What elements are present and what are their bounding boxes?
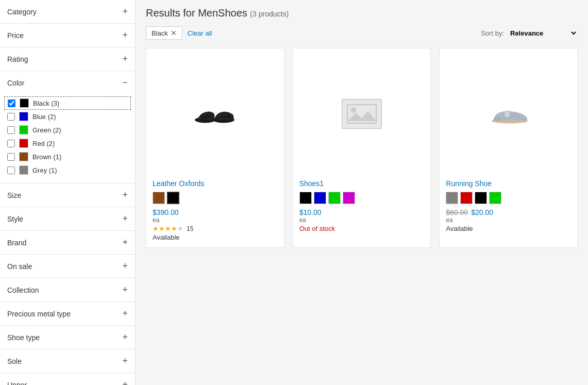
- filter-section-category: Category+: [0, 0, 135, 24]
- expand-icon: +: [122, 190, 128, 200]
- filter-header-sole[interactable]: Sole+: [0, 349, 135, 373]
- product-swatch[interactable]: [153, 192, 165, 204]
- active-filter-tag[interactable]: Black ✕: [146, 26, 182, 40]
- filter-header-size[interactable]: Size+: [0, 183, 135, 207]
- results-header: Results for MenShoes (3 products): [146, 7, 578, 19]
- product-name[interactable]: Leather Oxfords: [153, 179, 278, 188]
- color-checkbox[interactable]: [7, 153, 15, 161]
- color-option-label: Blue (2): [32, 113, 56, 121]
- color-option-label: Red (2): [32, 140, 55, 147]
- sort-select[interactable]: RelevancePrice: Low to HighPrice: High t…: [508, 29, 578, 38]
- product-unit: ea: [299, 216, 425, 224]
- filter-section-precious-metal-type: Precious metal type+: [0, 302, 135, 326]
- result-count: (3 products): [250, 10, 289, 18]
- expand-icon: +: [122, 308, 128, 319]
- product-grid: Leather Oxfords$390.00ea★★★★★15Available…: [146, 48, 578, 248]
- expand-icon: +: [122, 356, 128, 366]
- expand-icon: +: [122, 54, 128, 64]
- product-swatch[interactable]: [328, 192, 341, 204]
- filter-label: Shoe type: [7, 333, 40, 342]
- color-option[interactable]: Blue (2): [7, 110, 128, 123]
- sidebar: Category+Price+Rating+Color−Black (3)Blu…: [0, 0, 136, 385]
- color-checkbox[interactable]: [8, 99, 15, 107]
- main-content: Results for MenShoes (3 products) Black …: [136, 0, 588, 385]
- expand-icon: +: [122, 379, 128, 385]
- sort-label: Sort by:: [481, 29, 504, 37]
- filter-header-collection[interactable]: Collection+: [0, 278, 135, 302]
- color-option-label: Grey (1): [32, 166, 57, 174]
- filter-section-upper: Upper+: [0, 373, 135, 385]
- svg-point-8: [350, 107, 356, 113]
- filter-header-shoe-type[interactable]: Shoe type+: [0, 326, 135, 349]
- remove-filter-button[interactable]: ✕: [171, 29, 177, 37]
- product-swatch[interactable]: [167, 192, 179, 204]
- filter-section-collection: Collection+: [0, 278, 135, 302]
- color-checkbox[interactable]: [7, 113, 15, 121]
- svg-rect-6: [342, 99, 382, 129]
- filter-header-on-sale[interactable]: On sale+: [0, 255, 135, 278]
- filter-label: On sale: [7, 262, 32, 271]
- color-checkbox[interactable]: [7, 166, 15, 174]
- filter-header-precious-metal-type[interactable]: Precious metal type+: [0, 302, 135, 325]
- clear-all-link[interactable]: Clear all: [188, 29, 212, 37]
- filter-header-color[interactable]: Color−: [0, 71, 135, 94]
- product-swatch[interactable]: [446, 192, 458, 204]
- review-count: 15: [187, 225, 193, 232]
- filter-label: Brand: [7, 239, 26, 247]
- filter-tag-label: Black: [152, 29, 168, 37]
- filter-header-style[interactable]: Style+: [0, 207, 135, 230]
- product-unit: ea: [446, 216, 571, 224]
- product-swatch[interactable]: [460, 192, 473, 204]
- filter-header-upper[interactable]: Upper+: [0, 373, 135, 385]
- color-swatch: [19, 152, 28, 161]
- color-option[interactable]: Red (2): [7, 137, 128, 150]
- color-option[interactable]: Grey (1): [7, 163, 128, 177]
- expand-icon: +: [122, 213, 128, 224]
- color-checkbox[interactable]: [7, 140, 15, 147]
- product-swatches: [299, 192, 425, 204]
- filter-section-sole: Sole+: [0, 349, 135, 373]
- sort-bar: Sort by: RelevancePrice: Low to HighPric…: [481, 29, 578, 38]
- original-price: $60.00: [446, 208, 468, 216]
- product-swatch[interactable]: [314, 192, 326, 204]
- color-option-label: Black (3): [33, 99, 59, 107]
- product-name[interactable]: Shoes1: [299, 179, 425, 188]
- filter-label: Sole: [7, 357, 22, 365]
- expand-icon: +: [122, 284, 128, 295]
- color-option-label: Green (2): [32, 126, 61, 134]
- filter-bar: Black ✕ Clear all Sort by: RelevancePric…: [146, 26, 578, 40]
- color-option[interactable]: Brown (1): [7, 150, 128, 163]
- product-price: $60.00$20.00: [446, 208, 571, 216]
- filter-header-brand[interactable]: Brand+: [0, 231, 135, 254]
- active-filters: Black ✕ Clear all: [146, 26, 212, 40]
- product-image: [153, 55, 278, 173]
- results-title: Results for MenShoes (3 products): [146, 7, 578, 19]
- product-card: Running Shoe$60.00$20.00eaAvailable: [439, 48, 578, 248]
- product-swatch[interactable]: [475, 192, 487, 204]
- product-price: $10.00: [299, 208, 425, 216]
- filter-label: Upper: [7, 381, 27, 386]
- color-checkbox[interactable]: [7, 126, 15, 134]
- color-swatch: [19, 165, 28, 175]
- product-card: Leather Oxfords$390.00ea★★★★★15Available: [146, 48, 284, 248]
- product-swatches: [446, 192, 571, 204]
- product-name[interactable]: Running Shoe: [446, 179, 571, 188]
- product-image: [299, 55, 425, 173]
- product-swatches: [153, 192, 278, 204]
- product-swatch[interactable]: [343, 192, 355, 204]
- product-rating: ★★★★★15: [153, 225, 278, 232]
- filter-header-rating[interactable]: Rating+: [0, 47, 135, 71]
- expand-icon: +: [122, 30, 128, 41]
- filter-header-price[interactable]: Price+: [0, 24, 135, 47]
- product-image: [446, 55, 571, 173]
- color-option[interactable]: Black (3): [4, 96, 131, 110]
- filter-header-category[interactable]: Category+: [0, 0, 135, 23]
- color-swatch: [19, 112, 28, 121]
- product-swatch[interactable]: [299, 192, 312, 204]
- color-option[interactable]: Green (2): [7, 123, 128, 137]
- product-swatch[interactable]: [489, 192, 501, 204]
- filter-section-size: Size+: [0, 183, 135, 207]
- filter-section-on-sale: On sale+: [0, 255, 135, 278]
- color-swatch: [20, 98, 29, 108]
- filter-section-style: Style+: [0, 207, 135, 231]
